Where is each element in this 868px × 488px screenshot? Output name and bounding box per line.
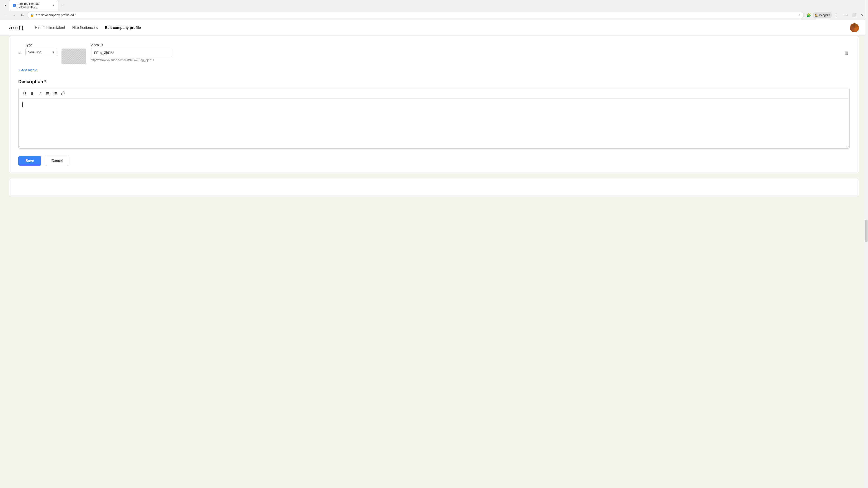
active-tab[interactable]: H Hire Top Remote Software Dev... ✕ (9, 0, 59, 11)
incognito-icon: 🕵 (815, 13, 818, 17)
drag-handle-icon: ≡ (18, 51, 21, 55)
header-right (850, 23, 859, 32)
svg-rect-1 (47, 92, 49, 93)
thumbnail-pattern (61, 48, 86, 64)
close-window-btn[interactable]: ✕ (859, 12, 865, 18)
tab-title: Hire Top Remote Software Dev... (18, 2, 50, 9)
type-section: Type YouTube Vimeo Image ▼ (25, 43, 57, 56)
app-logo: arc() (9, 25, 24, 31)
editor-toolbar: H B I (19, 88, 849, 99)
video-id-label: Video ID (91, 43, 839, 47)
incognito-badge: 🕵 Incognito (813, 12, 832, 18)
app-header: arc() Hire full-time talent Hire freelan… (0, 20, 868, 36)
heading-toolbar-btn[interactable]: H (21, 90, 28, 97)
menu-btn[interactable]: ⋮ (833, 12, 839, 18)
minimize-btn[interactable]: — (843, 12, 849, 18)
svg-rect-7 (55, 92, 57, 93)
svg-rect-9 (55, 93, 57, 94)
type-select[interactable]: YouTube Vimeo Image (25, 48, 57, 56)
nav-hire-freelancers[interactable]: Hire freelancers (72, 26, 98, 30)
unordered-list-toolbar-btn[interactable] (44, 90, 51, 97)
link-toolbar-btn[interactable] (60, 90, 66, 97)
address-lock-icon: 🔒 (30, 13, 34, 17)
media-row: ≡ Type YouTube Vimeo Image ▼ (18, 43, 850, 64)
description-section: Description * H B I (18, 79, 850, 149)
description-title: Description * (18, 79, 850, 84)
type-select-wrapper: YouTube Vimeo Image ▼ (25, 48, 57, 56)
text-cursor (22, 102, 23, 107)
description-editor[interactable]: H B I (18, 88, 850, 149)
media-card: ≡ Type YouTube Vimeo Image ▼ (9, 36, 859, 173)
new-tab-btn[interactable]: + (60, 2, 66, 8)
app-nav: Hire full-time talent Hire freelancers E… (35, 26, 850, 30)
browser-chrome: ▼ H Hire Top Remote Software Dev... ✕ + … (0, 0, 868, 20)
svg-point-2 (46, 93, 47, 94)
drag-handle[interactable]: ≡ (18, 43, 21, 55)
nav-hire-fulltime[interactable]: Hire full-time talent (35, 26, 65, 30)
extensions-btn[interactable]: 🧩 (806, 12, 812, 18)
video-thumbnail (61, 48, 86, 64)
tab-bar: ▼ H Hire Top Remote Software Dev... ✕ + (0, 0, 868, 11)
user-avatar[interactable] (850, 23, 859, 32)
action-row: Save Cancel (18, 156, 850, 166)
browser-actions: 🧩 🕵 Incognito ⋮ (806, 12, 839, 18)
ordered-list-toolbar-btn[interactable]: 1. 2. 3. (52, 90, 59, 97)
scrollbar[interactable] (865, 0, 868, 488)
bold-toolbar-btn[interactable]: B (29, 90, 36, 97)
svg-rect-11 (55, 94, 57, 94)
video-id-section: Video ID https://www.youtube.com/watch?v… (91, 43, 839, 62)
svg-point-4 (46, 94, 47, 95)
avatar-image (850, 23, 859, 32)
tab-close-btn[interactable]: ✕ (52, 3, 55, 7)
save-button[interactable]: Save (18, 156, 41, 166)
add-media-link[interactable]: + Add media (18, 68, 37, 72)
window-controls: — ⬜ ✕ (843, 12, 865, 18)
maximize-btn[interactable]: ⬜ (851, 12, 857, 18)
forward-btn[interactable]: → (11, 12, 17, 18)
svg-rect-3 (47, 93, 49, 94)
reload-btn[interactable]: ↻ (19, 12, 25, 18)
history-dropdown-btn[interactable]: ▼ (3, 3, 8, 8)
address-input[interactable] (36, 13, 796, 17)
trash-icon: 🗑 (844, 51, 849, 55)
bottom-card (9, 179, 859, 197)
video-url: https://www.youtube.com/watch?v=FPhg_Zjr… (91, 58, 839, 62)
address-bar[interactable]: 🔒 ☆ (27, 12, 804, 18)
type-label: Type (25, 43, 57, 47)
cancel-button[interactable]: Cancel (45, 156, 69, 166)
italic-toolbar-btn[interactable]: I (37, 90, 43, 97)
address-bar-row: ← → ↻ 🔒 ☆ 🧩 🕵 Incognito ⋮ — ⬜ ✕ (0, 11, 868, 20)
nav-edit-profile[interactable]: Edit company profile (105, 26, 141, 30)
video-id-input[interactable] (91, 48, 172, 57)
tab-favicon: H (13, 4, 16, 7)
bookmark-icon[interactable]: ☆ (798, 13, 801, 17)
editor-body[interactable]: ⤡ (19, 99, 849, 149)
app-container: arc() Hire full-time talent Hire freelan… (0, 20, 868, 488)
page-content: ≡ Type YouTube Vimeo Image ▼ (0, 36, 868, 488)
resize-handle[interactable]: ⤡ (846, 145, 848, 148)
scrollbar-thumb[interactable] (865, 220, 868, 242)
back-btn[interactable]: ← (3, 12, 9, 18)
delete-media-btn[interactable]: 🗑 (843, 50, 850, 57)
svg-rect-5 (47, 94, 49, 94)
incognito-label: Incognito (819, 13, 830, 17)
svg-text:3.: 3. (54, 93, 55, 95)
svg-point-0 (46, 92, 47, 93)
